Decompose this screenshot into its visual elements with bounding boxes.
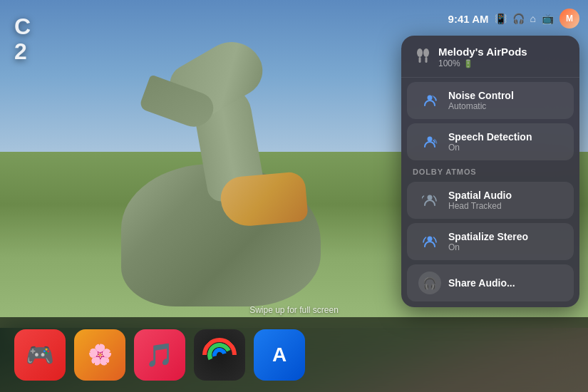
svg-rect-3 [425,57,428,63]
appstore-icon: A [272,344,287,366]
airpods-panel: Melody's AirPods 100% 🔋 Noise Control Au… [401,36,579,307]
arcade-icon: 🎮 [26,341,54,368]
speech-detection-item[interactable]: Speech Detection On [407,123,574,160]
dock-item-photos[interactable]: 🌸 [74,329,125,381]
dock: 🎮 🌸 🎵 A [0,317,588,392]
airpods-info: Melody's AirPods 100% 🔋 [438,46,568,68]
corner-text: C 2 [14,14,31,64]
airpods-header: Melody's AirPods 100% 🔋 [401,36,579,78]
spatial-audio-sub: Head Tracked [448,201,562,211]
speech-detection-title: Speech Detection [448,131,562,143]
battery-icon: 🔋 [463,59,473,68]
status-time: 9:41 AM [448,13,489,25]
svg-point-5 [428,137,433,142]
dock-item-arcade[interactable]: 🎮 [14,329,66,381]
device-name: Melody's AirPods [438,46,568,58]
svg-point-0 [417,48,423,57]
fitness-rings [202,338,237,372]
music-icon: 🎵 [145,341,174,368]
dock-item-fitness[interactable] [194,329,245,381]
spatialize-stereo-info: Spatialize Stereo On [448,231,562,253]
swipe-hint: Swipe up for full screen [249,305,339,315]
noise-control-title: Noise Control [448,90,562,102]
dolby-section-label: DOLBY ATMOS [401,165,579,177]
spatial-audio-title: Spatial Audio [448,190,562,202]
noise-control-item[interactable]: Noise Control Automatic [407,82,574,119]
svg-point-7 [428,237,433,242]
dock-item-appstore[interactable]: A [254,329,305,381]
spatialize-stereo-item[interactable]: Spatialize Stereo On [407,223,574,260]
small-creature [219,171,309,228]
svg-rect-1 [419,57,421,63]
spatial-audio-item[interactable]: Spatial Audio Head Tracked [407,182,574,219]
home-icon: ⌂ [530,13,536,24]
share-audio-item[interactable]: 🎧 Share Audio... [407,264,574,301]
svg-point-4 [428,96,433,100]
noise-control-info: Noise Control Automatic [448,90,562,112]
speech-detection-icon [418,130,441,153]
spatialize-stereo-icon [418,230,441,253]
airpods-icon [413,46,431,68]
share-audio-icon: 🎧 [418,272,441,294]
spatialize-stereo-title: Spatialize Stereo [448,231,562,243]
statusbar: 9:41 AM 📳 🎧 ⌂ 📺 M [448,9,579,29]
screen-icon: 📺 [542,13,554,24]
speech-detection-info: Speech Detection On [448,131,562,153]
photos-icon: 🌸 [88,343,113,366]
avatar[interactable]: M [559,9,579,29]
headphones-icon: 🎧 [512,13,525,24]
noise-control-icon [418,89,441,112]
svg-point-6 [428,195,433,200]
spatial-audio-info: Spatial Audio Head Tracked [448,190,562,212]
svg-point-2 [423,48,429,57]
battery-info: 100% 🔋 [438,58,568,68]
vibrate-icon: 📳 [495,13,507,24]
dock-item-music[interactable]: 🎵 [134,329,185,381]
speech-detection-sub: On [448,143,562,153]
spatialize-stereo-sub: On [448,242,562,252]
noise-control-sub: Automatic [448,101,562,111]
dinosaur [86,78,356,306]
share-audio-text: Share Audio... [448,277,515,289]
spatial-audio-icon [418,189,441,212]
